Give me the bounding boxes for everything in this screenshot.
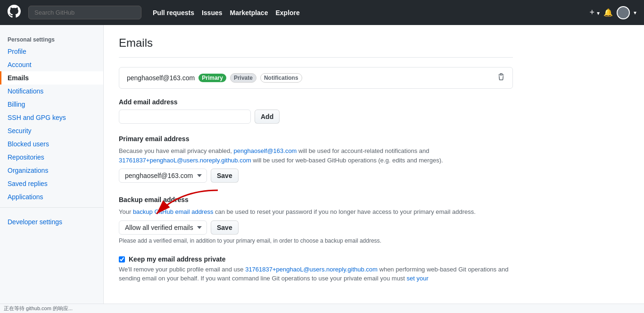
plus-button[interactable]: + ▾ (589, 8, 600, 17)
explore-link[interactable]: Explore (275, 9, 299, 17)
sidebar-item-account[interactable]: Account (0, 58, 103, 71)
noreply-private-link[interactable]: 31761837+penghaoL@users.noreply.github.c… (245, 266, 378, 273)
top-nav: Pull requests Issues Marketplace Explore… (0, 0, 644, 25)
status-text: 正在等待 github.com 的响应... (4, 305, 73, 311)
keep-private-desc: We'll remove your public profile email a… (119, 265, 513, 283)
status-bar: 正在等待 github.com 的响应... (0, 304, 644, 313)
backup-email-hint: Please add a verified email, in addition… (119, 237, 513, 244)
layout: Personal settings Profile Account Emails… (0, 25, 644, 313)
avatar[interactable] (617, 6, 630, 19)
primary-email-save-button[interactable]: Save (211, 169, 239, 183)
sidebar-item-ssh-gpg-keys[interactable]: SSH and GPG keys (0, 111, 103, 124)
sidebar-item-profile[interactable]: Profile (0, 45, 103, 58)
primary-email-section: Primary email address Because you have e… (119, 135, 513, 185)
delete-email-button[interactable] (497, 73, 505, 83)
set-your-link[interactable]: set your (407, 275, 429, 282)
keep-private-checkbox[interactable] (119, 256, 125, 262)
pull-requests-link[interactable]: Pull requests (153, 9, 194, 17)
sidebar-item-blocked-users[interactable]: Blocked users (0, 137, 103, 151)
nav-links: Pull requests Issues Marketplace Explore (153, 9, 300, 17)
user-menu-arrow[interactable]: ▾ (634, 9, 636, 16)
add-email-title: Add email address (119, 98, 513, 106)
primary-email-form: penghaoself@163.com Save (119, 169, 239, 185)
issues-link[interactable]: Issues (202, 9, 223, 17)
primary-badge: Primary (198, 74, 226, 82)
sidebar-section-title: Personal settings (0, 33, 103, 45)
add-email-input[interactable] (119, 110, 251, 124)
sidebar-item-repositories[interactable]: Repositories (0, 151, 103, 164)
keep-private-section: Keep my email address private We'll remo… (119, 255, 513, 283)
marketplace-link[interactable]: Marketplace (230, 9, 268, 17)
add-email-form-row: Add (119, 110, 513, 124)
sidebar-item-developer-settings[interactable]: Developer settings (0, 215, 103, 228)
add-email-section: Add email address Add (119, 98, 513, 124)
sidebar-item-applications[interactable]: Applications (0, 190, 103, 203)
primary-email-title: Primary email address (119, 135, 513, 143)
backup-email-desc: Your backup GitHub email address can be … (119, 207, 513, 217)
email-card: penghaoself@163.com Primary Private Noti… (119, 67, 513, 89)
sidebar-item-billing[interactable]: Billing (0, 98, 103, 111)
add-email-button[interactable]: Add (255, 110, 280, 124)
sidebar: Personal settings Profile Account Emails… (0, 25, 104, 313)
sidebar-divider (0, 207, 103, 208)
keep-private-row: Keep my email address private (119, 255, 513, 263)
primary-email-desc: Because you have email privacy enabled, … (119, 146, 513, 165)
backup-email-select[interactable]: Allow all verified emails (119, 220, 207, 235)
main-content: Emails penghaoself@163.com Primary Priva… (104, 25, 528, 313)
developer-settings-section: Developer settings (0, 215, 103, 228)
backup-email-form-row: Allow all verified emails Save (119, 220, 513, 235)
email-address: penghaoself@163.com (127, 74, 195, 82)
backup-email-save-button[interactable]: Save (211, 220, 239, 235)
sidebar-item-emails[interactable]: Emails (0, 71, 103, 85)
sidebar-item-organizations[interactable]: Organizations (0, 164, 103, 177)
topnav-right: + ▾ 🔔 ▾ (589, 6, 636, 19)
page-title: Emails (119, 36, 513, 58)
backup-email-title: Backup email address (119, 196, 513, 203)
private-badge: Private (230, 73, 256, 83)
sidebar-item-saved-replies[interactable]: Saved replies (0, 177, 103, 190)
sidebar-item-security[interactable]: Security (0, 124, 103, 137)
search-input[interactable] (28, 6, 141, 19)
primary-email-link[interactable]: penghaoself@163.com (234, 147, 297, 154)
notifications-badge: Notifications (260, 73, 302, 83)
github-logo[interactable] (8, 5, 21, 21)
primary-email-form-row: penghaoself@163.com Save (119, 169, 239, 183)
primary-email-select[interactable]: penghaoself@163.com (119, 169, 207, 183)
noreply-email-link[interactable]: 31761837+penghaoL@users.noreply.github.c… (119, 157, 251, 164)
sidebar-item-notifications[interactable]: Notifications (0, 85, 103, 98)
backup-email-link[interactable]: backup GitHub email address (133, 208, 214, 215)
keep-private-label[interactable]: Keep my email address private (129, 255, 225, 263)
notification-icon[interactable]: 🔔 (603, 8, 613, 17)
backup-email-section: Backup email address Your backup GitHub … (119, 196, 513, 244)
